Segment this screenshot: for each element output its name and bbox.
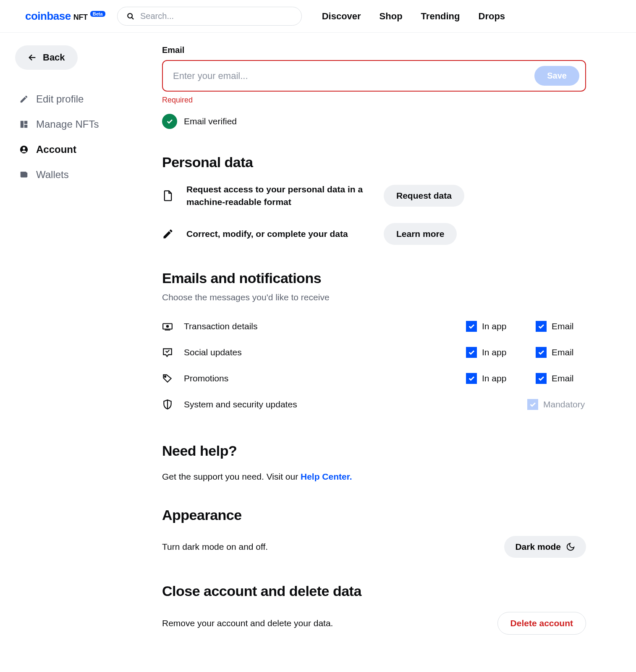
nav-shop[interactable]: Shop [380,11,403,22]
back-label: Back [43,52,65,63]
personal-data-modify-text: Correct, modify, or complete your data [186,228,371,240]
notification-row-social: Social updates In app Email [162,339,586,365]
checkbox-email[interactable] [536,373,547,384]
svg-rect-3 [21,121,24,128]
email-label: Email [162,45,586,55]
nav-discover[interactable]: Discover [322,11,361,22]
sidebar-item-label: Manage NFTs [36,118,99,130]
sidebar-item-label: Wallets [36,169,69,181]
notifications-title: Emails and notifications [162,270,586,286]
dark-mode-button[interactable]: Dark mode [504,536,586,558]
svg-point-7 [23,147,25,150]
notification-label: Social updates [184,347,455,357]
delete-account-button[interactable]: Delete account [497,612,586,635]
notification-row-transaction: Transaction details In app Email [162,313,586,339]
sidebar-item-wallets[interactable]: Wallets [15,162,137,187]
checkbox-email[interactable] [536,321,547,332]
request-data-button[interactable]: Request data [384,185,464,207]
checkbox-group-email: Email [536,373,586,384]
notifications-subtitle: Choose the messages you'd like to receiv… [162,292,586,302]
email-error: Required [162,96,586,105]
appearance-text: Turn dark mode on and off. [162,542,268,552]
personal-data-title: Personal data [162,154,586,171]
checkbox-mandatory [527,399,538,410]
checkbox-group-email: Email [536,347,586,358]
sidebar-item-label: Account [36,144,76,155]
svg-rect-5 [24,125,27,128]
sidebar-item-account[interactable]: Account [15,137,137,162]
dark-mode-label: Dark mode [515,542,561,552]
account-icon [19,145,29,154]
close-account-title: Close account and delete data [162,583,586,599]
checkbox-group-inapp: In app [466,373,525,384]
sidebar: Back Edit profile Manage NFTs Account Wa… [15,45,137,635]
beta-badge: Beta [90,11,105,17]
checkbox-group-mandatory: Mandatory [527,399,586,410]
wallet-icon [19,170,29,179]
notification-row-security: System and security updates Mandatory [162,391,586,417]
svg-point-0 [128,13,132,18]
email-input-box: Save [162,60,586,92]
checkbox-label: Email [552,321,574,331]
logo[interactable]: coinbase NFT Beta [25,10,105,23]
notification-label: Transaction details [184,321,455,331]
learn-more-button[interactable]: Learn more [384,223,457,245]
email-verified-text: Email verified [184,116,237,126]
edit-icon [162,228,174,240]
moon-icon [566,542,575,551]
appearance-row: Turn dark mode on and off. Dark mode [162,536,586,558]
notification-row-promotions: Promotions In app Email [162,365,586,391]
notification-label: System and security updates [184,399,516,410]
chat-icon [162,347,173,358]
search-icon [127,12,134,21]
main-content: Email Save Required Email verified Perso… [162,45,586,635]
checkbox-inapp[interactable] [466,347,477,358]
svg-point-13 [165,376,166,377]
checkbox-label: In app [482,321,506,331]
help-text: Get the support you need. Visit our Help… [162,472,586,482]
nav-links: Discover Shop Trending Drops [322,11,505,22]
close-account-text: Remove your account and delete your data… [162,618,333,628]
nav-drops[interactable]: Drops [479,11,505,22]
logo-nft: NFT [73,13,88,22]
checkbox-group-inapp: In app [466,347,525,358]
svg-rect-4 [24,121,27,124]
checkbox-inapp[interactable] [466,373,477,384]
save-button[interactable]: Save [534,66,579,86]
shield-icon [162,399,173,410]
email-verified-row: Email verified [162,114,586,129]
pencil-icon [19,94,29,104]
checkbox-email[interactable] [536,347,547,358]
close-account-row: Remove your account and delete your data… [162,612,586,635]
personal-data-row-modify: Correct, modify, or complete your data L… [162,223,586,245]
personal-data-request-text: Request access to your personal data in … [186,183,371,209]
svg-line-1 [131,17,133,19]
svg-point-11 [167,326,168,327]
checkbox-inapp[interactable] [466,321,477,332]
tag-icon [162,373,173,384]
search-input[interactable] [140,11,292,21]
sidebar-item-edit-profile[interactable]: Edit profile [15,87,137,112]
help-center-link[interactable]: Help Center. [301,472,352,481]
document-icon [162,190,174,202]
header: coinbase NFT Beta Discover Shop Trending… [0,0,636,33]
email-input[interactable] [173,71,529,81]
sidebar-item-manage-nfts[interactable]: Manage NFTs [15,112,137,137]
checkbox-label: Email [552,347,574,357]
svg-rect-9 [21,172,26,173]
grid-icon [19,120,29,129]
notification-label: Promotions [184,373,455,383]
checkbox-group-email: Email [536,321,586,332]
check-circle-icon [162,114,177,129]
back-button[interactable]: Back [15,45,78,70]
help-title: Need help? [162,443,586,459]
checkbox-label: In app [482,373,506,383]
search-box[interactable] [117,7,302,26]
help-text-prefix: Get the support you need. Visit our [162,472,301,481]
checkbox-label: Email [552,373,574,383]
appearance-title: Appearance [162,507,586,523]
checkbox-group-inapp: In app [466,321,525,332]
checkbox-label: In app [482,347,506,357]
nav-trending[interactable]: Trending [421,11,460,22]
personal-data-row-request: Request access to your personal data in … [162,183,586,209]
